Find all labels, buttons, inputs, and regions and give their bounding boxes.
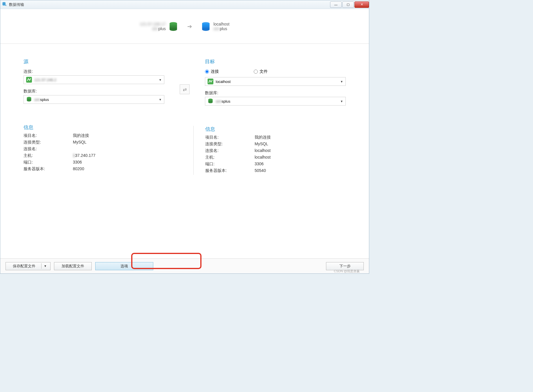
radio-connection[interactable]: 连接 bbox=[205, 69, 219, 74]
target-mode-radios: 连接 文件 bbox=[205, 69, 346, 74]
target-db-value: simsplus bbox=[216, 99, 231, 104]
radio-file-input[interactable] bbox=[254, 70, 258, 74]
source-conn-value: 121.57.246.2 bbox=[34, 78, 56, 82]
chevron-down-icon[interactable]: ▼ bbox=[41, 263, 49, 269]
banner-target-text: localhost simplus bbox=[213, 22, 229, 31]
source-conn-label: 连接: bbox=[24, 69, 164, 74]
watermark: CSDN @我是唐赢 bbox=[334, 269, 532, 392]
titlebar: 数据传输 — ▢ ✕ bbox=[0, 0, 369, 9]
target-column: 目标 连接 文件 localhost ▼ 数据库: bbox=[193, 58, 346, 253]
database-green-icon bbox=[169, 22, 177, 31]
source-db-value: simsplus bbox=[34, 97, 49, 102]
source-db-label: 数据库: bbox=[24, 89, 164, 94]
chevron-down-icon: ▼ bbox=[159, 78, 162, 81]
window-controls: — ▢ ✕ bbox=[329, 1, 369, 8]
save-profile-button[interactable]: 保存配置文件 ▼ bbox=[6, 262, 51, 270]
minimize-button[interactable]: — bbox=[330, 1, 342, 8]
source-connection-dropdown[interactable]: 121.57.246.2 ▼ bbox=[24, 75, 164, 84]
maximize-button[interactable]: ▢ bbox=[342, 1, 354, 8]
swap-button[interactable]: ⇄ bbox=[180, 84, 190, 94]
target-title: 目标 bbox=[205, 58, 346, 65]
database-blue-icon bbox=[202, 22, 210, 31]
data-transfer-window: 数据传输 — ▢ ✕ 121.57.246.17 simplus ➔ local… bbox=[0, 0, 369, 274]
transfer-arrow-icon: ➔ bbox=[186, 23, 193, 30]
highlight-annotation bbox=[131, 253, 201, 269]
chevron-down-icon: ▼ bbox=[159, 98, 162, 101]
target-info: 信息 项目名:我的连接 连接类型:MySQL 连接名:localhost 主机:… bbox=[193, 126, 346, 175]
app-icon bbox=[2, 1, 7, 8]
radio-file[interactable]: 文件 bbox=[254, 69, 268, 74]
banner-source: 121.57.246.17 simplus bbox=[140, 22, 178, 31]
source-info: 信息 项目名:我的连接 连接类型:MySQL 连接名: 主机:137.240.1… bbox=[24, 124, 164, 173]
source-database-dropdown[interactable]: simsplus ▼ bbox=[24, 95, 164, 104]
database-icon bbox=[26, 96, 32, 103]
info-title: 信息 bbox=[205, 126, 346, 133]
database-icon bbox=[208, 98, 213, 105]
chevron-down-icon: ▼ bbox=[340, 80, 343, 83]
chevron-down-icon: ▼ bbox=[340, 100, 343, 103]
window-title: 数据传输 bbox=[9, 2, 24, 7]
transfer-banner: 121.57.246.17 simplus ➔ localhost simplu… bbox=[0, 9, 369, 44]
close-button[interactable]: ✕ bbox=[354, 1, 369, 8]
radio-connection-input[interactable] bbox=[205, 70, 209, 74]
banner-target: localhost simplus bbox=[202, 22, 229, 31]
source-column: 源 连接: 121.57.246.2 ▼ 数据库: simsplus ▼ 信息 … bbox=[24, 58, 176, 253]
target-conn-value: localhost bbox=[216, 79, 231, 84]
load-profile-button[interactable]: 加载配置文件 bbox=[54, 262, 92, 270]
target-database-dropdown[interactable]: simsplus ▼ bbox=[205, 97, 346, 106]
swap-column: ⇄ bbox=[176, 58, 193, 253]
target-connection-dropdown[interactable]: localhost ▼ bbox=[205, 77, 346, 86]
info-title: 信息 bbox=[24, 124, 164, 131]
navicat-icon bbox=[208, 79, 213, 84]
target-db-label: 数据库: bbox=[205, 90, 346, 96]
content-area: 源 连接: 121.57.246.2 ▼ 数据库: simsplus ▼ 信息 … bbox=[0, 44, 369, 258]
banner-source-text: 121.57.246.17 simplus bbox=[140, 22, 166, 31]
source-title: 源 bbox=[24, 58, 164, 65]
navicat-icon bbox=[26, 77, 32, 83]
